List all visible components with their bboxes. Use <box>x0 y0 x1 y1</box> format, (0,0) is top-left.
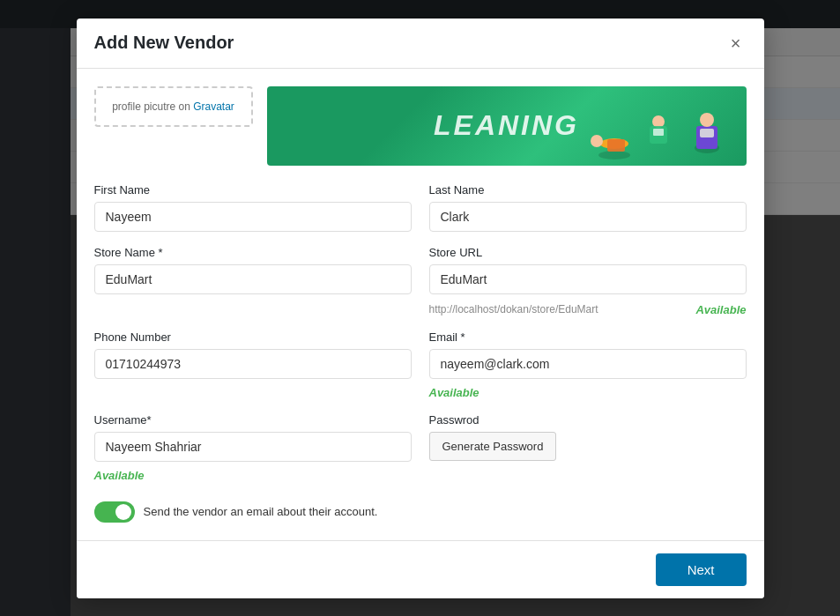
phone-group: Phone Number <box>94 330 412 399</box>
svg-point-4 <box>598 151 630 160</box>
next-button[interactable]: Next <box>656 553 747 586</box>
add-vendor-modal: Add New Vendor × profile picutre on Grav… <box>77 19 764 598</box>
store-url-input[interactable] <box>429 264 747 294</box>
username-input[interactable] <box>94 432 412 462</box>
store-name-group: Store Name * <box>94 246 412 316</box>
email-status: Available <box>429 386 747 399</box>
store-url-group: Store URL http://localhost/dokan/store/E… <box>429 246 747 316</box>
svg-point-6 <box>591 135 603 147</box>
email-input[interactable] <box>429 349 747 379</box>
password-group: Passwrod Generate Password <box>429 413 747 482</box>
generate-password-button[interactable]: Generate Password <box>429 432 557 461</box>
password-label: Passwrod <box>429 413 747 427</box>
username-label: Username* <box>94 413 412 427</box>
profile-upload-text: profile picutre on <box>112 100 190 113</box>
form-grid: First Name Last Name Store Name * Store … <box>94 183 747 523</box>
modal-title: Add New Vendor <box>94 33 234 53</box>
svg-rect-10 <box>653 129 664 136</box>
username-status: Available <box>94 469 412 482</box>
toggle-slider <box>94 501 135 523</box>
phone-input[interactable] <box>94 349 412 379</box>
banner-illustration <box>570 95 747 166</box>
store-url-label: Store URL <box>429 246 747 259</box>
profile-upload-box: profile picutre on Gravatar <box>94 86 253 127</box>
email-label: Email * <box>429 330 747 344</box>
modal-footer: Next <box>77 540 764 598</box>
banner-text: LEANING <box>434 109 579 142</box>
store-url-meta: http://localhost/dokan/store/EduMart Ava… <box>429 301 747 316</box>
gravatar-link[interactable]: Gravatar <box>193 100 234 113</box>
email-toggle-label: Send the vendor an email about their acc… <box>144 505 378 518</box>
store-name-input[interactable] <box>94 264 412 294</box>
first-name-group: First Name <box>94 183 412 232</box>
svg-rect-3 <box>700 129 714 137</box>
store-name-label: Store Name * <box>94 246 412 259</box>
email-toggle[interactable] <box>94 501 135 523</box>
modal-backdrop: Add New Vendor × profile picutre on Grav… <box>0 0 840 616</box>
email-toggle-row: Send the vendor an email about their acc… <box>94 501 747 523</box>
profile-section: profile picutre on Gravatar LEANING <box>94 86 747 166</box>
modal-close-button[interactable]: × <box>725 33 747 54</box>
profile-banner: LEANING <box>267 86 747 166</box>
modal-header: Add New Vendor × <box>77 19 764 69</box>
store-url-status: Available <box>695 303 746 316</box>
username-group: Username* Available <box>94 413 412 482</box>
svg-point-8 <box>652 115 665 128</box>
modal-body: profile picutre on Gravatar LEANING <box>77 69 764 540</box>
email-group: Email * Available <box>429 330 747 399</box>
last-name-label: Last Name <box>429 183 747 197</box>
store-url-hint: http://localhost/dokan/store/EduMart <box>429 303 598 315</box>
first-name-label: First Name <box>94 183 412 197</box>
svg-rect-7 <box>607 139 625 152</box>
phone-label: Phone Number <box>94 330 412 344</box>
last-name-group: Last Name <box>429 183 747 232</box>
last-name-input[interactable] <box>429 202 747 232</box>
first-name-input[interactable] <box>94 202 412 232</box>
svg-point-2 <box>700 113 714 127</box>
